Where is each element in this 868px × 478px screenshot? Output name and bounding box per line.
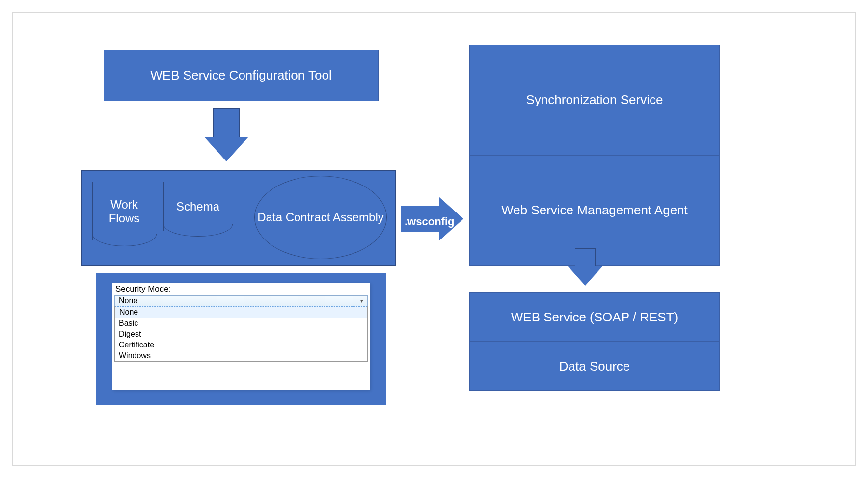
sync-service-label: Synchronization Service: [526, 92, 663, 107]
synchronization-service-box: Synchronization Service: [469, 45, 720, 155]
security-option[interactable]: Digest: [115, 329, 367, 340]
security-option[interactable]: None: [115, 306, 367, 318]
config-tool-label: WEB Service Configuration Tool: [150, 68, 331, 83]
web-service-box: WEB Service (SOAP / REST): [469, 292, 720, 342]
workflows-label: Work Flows: [97, 198, 152, 225]
schema-label: Schema: [176, 200, 219, 213]
diagram-canvas: WEB Service Configuration Tool Work Flow…: [12, 12, 856, 466]
schema-document-shape: Schema: [163, 182, 232, 231]
web-service-config-tool-box: WEB Service Configuration Tool: [104, 50, 379, 101]
security-option[interactable]: Basic: [115, 318, 367, 329]
security-mode-label: Security Mode:: [112, 283, 370, 295]
workflows-document-shape: Work Flows: [92, 182, 156, 240]
security-option[interactable]: Windows: [115, 350, 367, 361]
data-contract-label: Data Contract Assembly: [257, 210, 383, 225]
wsconfig-label: .wsconfig: [401, 215, 467, 228]
security-selected-value: None: [119, 296, 137, 305]
security-option[interactable]: Certificate: [115, 340, 367, 350]
security-dropdown-list[interactable]: None Basic Digest Certificate Windows: [114, 306, 368, 362]
web-service-label: WEB Service (SOAP / REST): [511, 310, 678, 325]
security-mode-select[interactable]: None ▾: [114, 295, 368, 306]
artifacts-container-box: Work Flows Schema Data Contract Assembly: [81, 170, 396, 266]
mgmt-agent-label: Web Service Management Agent: [501, 203, 688, 218]
data-contract-ellipse: Data Contract Assembly: [254, 176, 387, 259]
data-source-box: Data Source: [469, 342, 720, 391]
data-source-label: Data Source: [559, 359, 630, 374]
security-panel: Security Mode: None ▾ None Basic Digest …: [112, 283, 370, 390]
chevron-down-icon: ▾: [360, 298, 363, 304]
security-mode-box: Security Mode: None ▾ None Basic Digest …: [96, 273, 386, 405]
